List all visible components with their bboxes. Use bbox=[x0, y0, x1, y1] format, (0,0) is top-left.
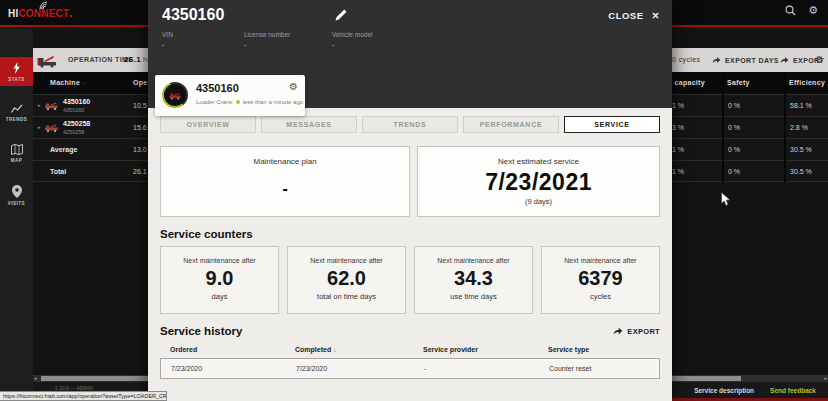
close-button[interactable]: CLOSE✕ bbox=[608, 10, 660, 21]
share-arrow-icon bbox=[780, 56, 789, 64]
sidebar-item-stats[interactable]: STATS bbox=[0, 57, 33, 86]
modal-title: 4350160 bbox=[162, 6, 224, 24]
export-days-button[interactable]: EXPORT DAYS bbox=[712, 56, 779, 64]
sort-desc-icon: ↓ bbox=[333, 347, 336, 353]
scroll-left-arrow[interactable]: ◂ bbox=[34, 375, 37, 382]
expand-arrow-icon[interactable]: ▸ bbox=[38, 124, 41, 130]
mouse-cursor bbox=[721, 192, 732, 207]
maintenance-plan-value: - bbox=[161, 180, 409, 198]
machine-icon bbox=[45, 123, 59, 132]
sidebar-nav: STATS TRENDS MAP VISITS bbox=[0, 29, 33, 401]
machine-detail-modal: 4350160 CLOSE✕ VIN- License number- Vehi… bbox=[148, 0, 672, 401]
modal-header: 4350160 CLOSE✕ VIN- License number- Vehi… bbox=[148, 0, 672, 108]
history-export-button[interactable]: EXPORT bbox=[613, 327, 660, 336]
app-root: HICONNECT ⚙ STATS TRENDS MAP bbox=[0, 0, 828, 401]
next-service-date: 7/23/2021 bbox=[418, 169, 659, 196]
tab-trends[interactable]: TRENDS bbox=[362, 116, 458, 133]
counter-card-use-time: Next maintenance after 34.3 use time day… bbox=[414, 246, 533, 314]
counter-card-cycles: Next maintenance after 6379 cycles bbox=[541, 246, 660, 314]
history-table-header: Ordered Completed ↓ Service provider Ser… bbox=[160, 346, 660, 353]
counter-card-days: Next maintenance after 9.0 days bbox=[160, 246, 279, 314]
sidebar-item-visits[interactable]: VISITS bbox=[0, 180, 33, 210]
share-arrow-icon bbox=[613, 327, 623, 335]
maintenance-plan-card: Maintenance plan - bbox=[160, 146, 410, 217]
online-status-dot bbox=[236, 100, 240, 104]
column-service-type[interactable]: Service type bbox=[548, 346, 650, 353]
history-row[interactable]: 7/23/2020 7/23/2020 - Counter reset bbox=[160, 358, 660, 379]
field-vin: VIN- bbox=[162, 31, 218, 48]
counter-card-total-on-time: Next maintenance after 62.0 total on tim… bbox=[287, 246, 406, 314]
map-icon bbox=[11, 144, 23, 155]
modal-body: OVERVIEW MESSAGES TRENDS PERFORMANCE SER… bbox=[148, 108, 672, 401]
settings-gear-icon[interactable]: ⚙ bbox=[808, 5, 818, 16]
tab-performance[interactable]: PERFORMANCE bbox=[463, 116, 559, 133]
operation-time-value: 26.1 bbox=[124, 55, 141, 64]
service-description-link[interactable]: Service description bbox=[694, 387, 754, 394]
service-counters-title: Service counters bbox=[160, 228, 660, 240]
sidebar-item-map[interactable]: MAP bbox=[0, 139, 33, 167]
zap-icon bbox=[12, 62, 21, 74]
column-ordered[interactable]: Ordered bbox=[170, 346, 295, 353]
column-safety[interactable]: Safety bbox=[727, 79, 750, 86]
scroll-right-arrow[interactable]: ▸ bbox=[824, 375, 827, 382]
machine-type: Loader Crane bbox=[196, 99, 233, 105]
machine-avatar bbox=[162, 82, 188, 108]
signal-waves-icon bbox=[39, 1, 51, 10]
column-divider bbox=[784, 72, 786, 182]
location-pin-icon bbox=[12, 185, 22, 198]
crane-truck-icon bbox=[169, 91, 182, 100]
column-divider bbox=[722, 72, 724, 182]
next-service-card: Next estimated service 7/23/2021 (9 days… bbox=[417, 146, 660, 217]
tab-overview[interactable]: OVERVIEW bbox=[160, 116, 256, 133]
cycles-value: 0 cycles bbox=[672, 56, 701, 63]
column-efficiency[interactable]: Efficiency bbox=[789, 79, 825, 86]
column-service-provider[interactable]: Service provider bbox=[423, 346, 548, 353]
trend-chart-icon bbox=[11, 104, 23, 114]
field-vehicle-model: Vehicle model- bbox=[332, 31, 372, 48]
send-feedback-link[interactable]: Send feedback bbox=[770, 387, 816, 394]
expand-arrow-icon[interactable]: ▸ bbox=[38, 102, 41, 108]
field-license-number: License number- bbox=[244, 31, 306, 48]
tab-bar: OVERVIEW MESSAGES TRENDS PERFORMANCE SER… bbox=[160, 116, 660, 133]
next-service-days: (9 days) bbox=[418, 197, 659, 206]
last-seen: less than a minute ago bbox=[243, 99, 303, 105]
service-history-title: Service history bbox=[160, 325, 242, 337]
machine-summary-card[interactable]: 4350160 Loader Crane less than a minute … bbox=[155, 75, 305, 116]
machine-icon bbox=[45, 101, 59, 110]
status-url-tooltip: https://hiconnect.hiab.com/app/operation… bbox=[0, 391, 167, 401]
column-completed[interactable]: Completed ↓ bbox=[295, 346, 423, 353]
column-capacity[interactable]: . capacity bbox=[670, 79, 705, 86]
tab-messages[interactable]: MESSAGES bbox=[261, 116, 357, 133]
column-machine[interactable]: Machine ↑ bbox=[50, 79, 86, 86]
close-icon: ✕ bbox=[652, 10, 660, 21]
machine-name: 4350160 bbox=[196, 82, 239, 94]
table-settings-gear-icon[interactable]: ⚙ bbox=[815, 54, 824, 65]
share-arrow-icon bbox=[712, 56, 721, 64]
loader-crane-icon bbox=[37, 52, 59, 68]
edit-pencil-icon[interactable] bbox=[335, 9, 347, 21]
tab-service[interactable]: SERVICE bbox=[564, 116, 660, 133]
machine-settings-gear-icon[interactable]: ⚙ bbox=[289, 81, 298, 92]
search-icon[interactable] bbox=[785, 5, 796, 16]
sidebar-item-trends[interactable]: TRENDS bbox=[0, 99, 33, 126]
